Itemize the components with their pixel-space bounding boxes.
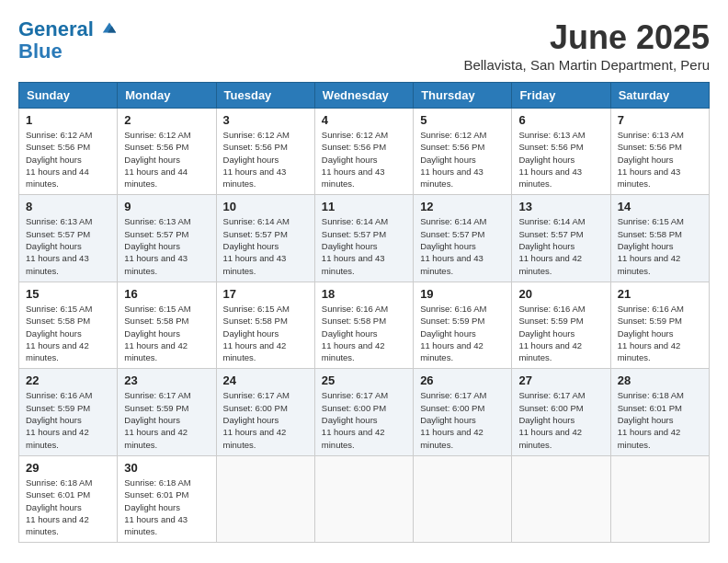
calendar-cell: 15 Sunrise: 6:15 AM Sunset: 5:58 PM Dayl… [19, 282, 118, 368]
calendar-header-row: SundayMondayTuesdayWednesdayThursdayFrid… [19, 83, 710, 109]
day-number: 21 [618, 287, 702, 301]
calendar-cell: 28 Sunrise: 6:18 AM Sunset: 6:01 PM Dayl… [610, 369, 709, 455]
month-title: June 2025 [463, 18, 710, 57]
day-number: 14 [618, 200, 702, 213]
weekday-header-wednesday: Wednesday [314, 83, 413, 109]
weekday-header-monday: Monday [118, 83, 216, 109]
calendar-cell: 16 Sunrise: 6:15 AM Sunset: 5:58 PM Dayl… [118, 282, 216, 368]
location-title: Bellavista, San Martin Department, Peru [463, 57, 710, 73]
day-number: 19 [420, 287, 505, 301]
day-info: Sunrise: 6:16 AM Sunset: 5:59 PM Dayligh… [618, 303, 702, 363]
calendar-week-2: 8 Sunrise: 6:13 AM Sunset: 5:57 PM Dayli… [19, 195, 710, 282]
calendar-cell: 30 Sunrise: 6:18 AM Sunset: 6:01 PM Dayl… [118, 455, 216, 542]
calendar-table: SundayMondayTuesdayWednesdayThursdayFrid… [18, 82, 710, 543]
calendar-cell: 13 Sunrise: 6:14 AM Sunset: 5:57 PM Dayl… [512, 195, 610, 282]
day-info: Sunrise: 6:17 AM Sunset: 6:00 PM Dayligh… [420, 389, 505, 450]
day-number: 9 [124, 200, 209, 213]
day-number: 27 [518, 373, 603, 387]
logo: General Blue [18, 18, 118, 63]
day-number: 17 [223, 287, 308, 301]
calendar-cell: 11 Sunrise: 6:14 AM Sunset: 5:57 PM Dayl… [314, 195, 413, 282]
calendar-cell [414, 455, 512, 542]
calendar-cell: 1 Sunrise: 6:12 AM Sunset: 5:56 PM Dayli… [19, 109, 118, 195]
calendar-cell: 25 Sunrise: 6:17 AM Sunset: 6:00 PM Dayl… [314, 369, 413, 455]
day-number: 22 [26, 373, 110, 387]
day-info: Sunrise: 6:13 AM Sunset: 5:56 PM Dayligh… [618, 129, 702, 190]
calendar-cell: 12 Sunrise: 6:14 AM Sunset: 5:57 PM Dayl… [414, 195, 512, 282]
day-number: 29 [26, 461, 110, 475]
calendar-cell: 17 Sunrise: 6:15 AM Sunset: 5:58 PM Dayl… [216, 282, 314, 368]
day-info: Sunrise: 6:16 AM Sunset: 5:59 PM Dayligh… [420, 303, 505, 363]
day-number: 15 [26, 287, 110, 301]
day-info: Sunrise: 6:16 AM Sunset: 5:59 PM Dayligh… [518, 303, 603, 363]
day-number: 16 [124, 287, 209, 301]
title-section: June 2025 Bellavista, San Martin Departm… [463, 18, 710, 73]
day-number: 30 [124, 461, 209, 475]
calendar-cell: 2 Sunrise: 6:12 AM Sunset: 5:56 PM Dayli… [118, 109, 216, 195]
weekday-header-thursday: Thursday [414, 83, 512, 109]
day-info: Sunrise: 6:17 AM Sunset: 5:59 PM Dayligh… [124, 389, 209, 450]
calendar-cell: 29 Sunrise: 6:18 AM Sunset: 6:01 PM Dayl… [19, 455, 118, 542]
day-info: Sunrise: 6:14 AM Sunset: 5:57 PM Dayligh… [420, 215, 505, 276]
day-number: 26 [420, 373, 505, 387]
logo-blue-text: Blue [18, 40, 118, 63]
weekday-header-tuesday: Tuesday [216, 83, 314, 109]
calendar-cell: 5 Sunrise: 6:12 AM Sunset: 5:56 PM Dayli… [414, 109, 512, 195]
day-info: Sunrise: 6:14 AM Sunset: 5:57 PM Dayligh… [223, 215, 308, 276]
page-header: General Blue June 2025 Bellavista, San M… [18, 18, 710, 73]
day-info: Sunrise: 6:14 AM Sunset: 5:57 PM Dayligh… [322, 215, 406, 276]
day-number: 8 [26, 200, 110, 213]
day-info: Sunrise: 6:13 AM Sunset: 5:57 PM Dayligh… [124, 215, 209, 276]
day-info: Sunrise: 6:18 AM Sunset: 6:01 PM Dayligh… [124, 477, 209, 537]
day-number: 10 [223, 200, 308, 213]
day-info: Sunrise: 6:12 AM Sunset: 5:56 PM Dayligh… [124, 129, 209, 190]
calendar-week-3: 15 Sunrise: 6:15 AM Sunset: 5:58 PM Dayl… [19, 282, 710, 368]
calendar-cell [512, 455, 610, 542]
day-number: 4 [322, 113, 406, 127]
day-info: Sunrise: 6:13 AM Sunset: 5:56 PM Dayligh… [518, 129, 603, 190]
day-info: Sunrise: 6:18 AM Sunset: 6:01 PM Dayligh… [618, 389, 702, 450]
weekday-header-friday: Friday [512, 83, 610, 109]
calendar-cell [610, 455, 709, 542]
calendar-cell: 18 Sunrise: 6:16 AM Sunset: 5:58 PM Dayl… [314, 282, 413, 368]
calendar-cell: 10 Sunrise: 6:14 AM Sunset: 5:57 PM Dayl… [216, 195, 314, 282]
day-info: Sunrise: 6:16 AM Sunset: 5:59 PM Dayligh… [26, 389, 110, 450]
day-info: Sunrise: 6:12 AM Sunset: 5:56 PM Dayligh… [420, 129, 505, 190]
calendar-week-1: 1 Sunrise: 6:12 AM Sunset: 5:56 PM Dayli… [19, 109, 710, 195]
logo-icon [101, 19, 118, 36]
day-number: 11 [322, 200, 406, 213]
day-info: Sunrise: 6:15 AM Sunset: 5:58 PM Dayligh… [26, 303, 110, 363]
day-number: 25 [322, 373, 406, 387]
day-number: 5 [420, 113, 505, 127]
calendar-cell: 20 Sunrise: 6:16 AM Sunset: 5:59 PM Dayl… [512, 282, 610, 368]
calendar-cell: 27 Sunrise: 6:17 AM Sunset: 6:00 PM Dayl… [512, 369, 610, 455]
day-number: 12 [420, 200, 505, 213]
calendar-cell: 9 Sunrise: 6:13 AM Sunset: 5:57 PM Dayli… [118, 195, 216, 282]
day-info: Sunrise: 6:17 AM Sunset: 6:00 PM Dayligh… [223, 389, 308, 450]
calendar-week-5: 29 Sunrise: 6:18 AM Sunset: 6:01 PM Dayl… [19, 455, 710, 542]
day-info: Sunrise: 6:17 AM Sunset: 6:00 PM Dayligh… [322, 389, 406, 450]
day-number: 6 [518, 113, 603, 127]
day-info: Sunrise: 6:15 AM Sunset: 5:58 PM Dayligh… [124, 303, 209, 363]
day-info: Sunrise: 6:15 AM Sunset: 5:58 PM Dayligh… [223, 303, 308, 363]
calendar-week-4: 22 Sunrise: 6:16 AM Sunset: 5:59 PM Dayl… [19, 369, 710, 455]
calendar-cell: 14 Sunrise: 6:15 AM Sunset: 5:58 PM Dayl… [610, 195, 709, 282]
logo-text: General [18, 18, 118, 40]
day-info: Sunrise: 6:12 AM Sunset: 5:56 PM Dayligh… [322, 129, 406, 190]
calendar-cell: 4 Sunrise: 6:12 AM Sunset: 5:56 PM Dayli… [314, 109, 413, 195]
day-number: 13 [518, 200, 603, 213]
calendar-cell: 19 Sunrise: 6:16 AM Sunset: 5:59 PM Dayl… [414, 282, 512, 368]
day-number: 1 [26, 113, 110, 127]
calendar-cell: 26 Sunrise: 6:17 AM Sunset: 6:00 PM Dayl… [414, 369, 512, 455]
day-info: Sunrise: 6:16 AM Sunset: 5:58 PM Dayligh… [322, 303, 406, 363]
day-info: Sunrise: 6:12 AM Sunset: 5:56 PM Dayligh… [223, 129, 308, 190]
day-info: Sunrise: 6:12 AM Sunset: 5:56 PM Dayligh… [26, 129, 110, 190]
day-number: 23 [124, 373, 209, 387]
day-info: Sunrise: 6:13 AM Sunset: 5:57 PM Dayligh… [26, 215, 110, 276]
calendar-cell [314, 455, 413, 542]
calendar-cell [216, 455, 314, 542]
day-number: 7 [618, 113, 702, 127]
day-number: 18 [322, 287, 406, 301]
day-number: 2 [124, 113, 209, 127]
day-number: 24 [223, 373, 308, 387]
